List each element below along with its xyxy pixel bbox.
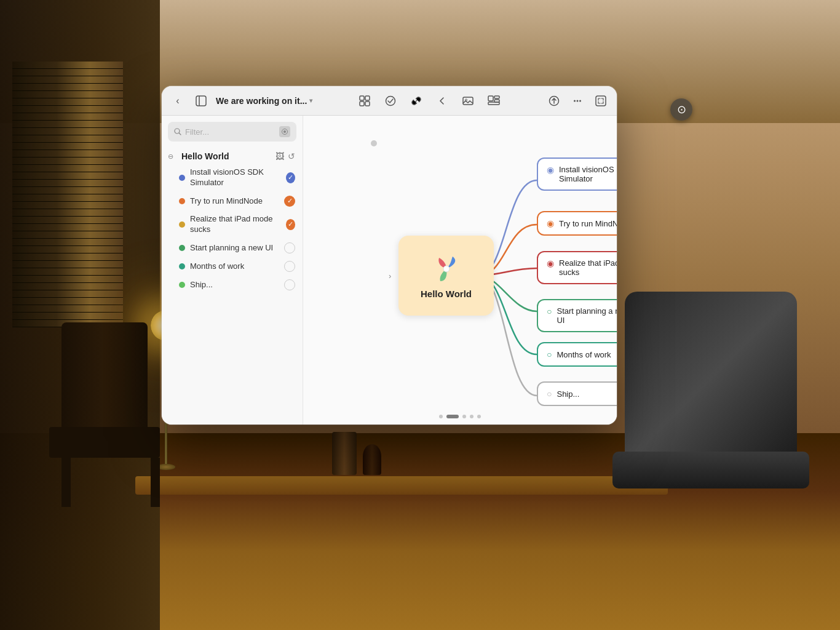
central-node[interactable]: › Hello World: [398, 236, 494, 316]
fullscreen-icon: [595, 95, 606, 106]
svg-rect-3: [365, 96, 370, 100]
check-try[interactable]: ✓: [284, 196, 295, 207]
document-title[interactable]: We are working on it... ▾: [216, 96, 312, 106]
node-label: Try to run MindNode: [559, 219, 617, 228]
item-label: Months of work: [190, 261, 244, 271]
table: [135, 476, 668, 495]
chair-left: [49, 322, 172, 507]
page-dot-4[interactable]: [470, 415, 473, 418]
svg-rect-2: [360, 96, 364, 100]
node-realize-ipad[interactable]: ◉ Realize that iPad modesucks: [537, 251, 617, 284]
page-dot-2[interactable]: [446, 415, 459, 418]
link-button[interactable]: [408, 92, 425, 110]
node-label: Install visionOS SDKSimulator: [559, 165, 617, 183]
checkmark-icon: [385, 95, 396, 106]
back-icon: ‹: [176, 95, 179, 106]
title-chevron-icon: ▾: [309, 97, 312, 104]
sidebar-item-months-of-work[interactable]: Months of work: [162, 257, 303, 276]
collapse-icon[interactable]: ⊖: [168, 153, 173, 161]
group-header-icons: 🖼 ↺: [275, 151, 295, 161]
svg-point-21: [283, 130, 286, 133]
navigate-back-button[interactable]: [434, 92, 451, 110]
layout-button[interactable]: [485, 92, 502, 110]
checkmark-button[interactable]: [382, 92, 399, 110]
item-label: Start planning a new UI: [190, 243, 273, 252]
group-title: Hello World: [181, 151, 229, 161]
filter-search[interactable]: Filter...: [168, 122, 296, 142]
app-window: ‹ We are working on it... ▾: [162, 86, 617, 425]
back-button[interactable]: ‹: [169, 92, 186, 110]
node-bullet: ○: [547, 306, 552, 316]
chair-right: [625, 292, 809, 538]
fullscreen-button[interactable]: [592, 92, 609, 110]
node-try-to-run[interactable]: ◉ Try to run MindNode: [537, 211, 617, 236]
group-image-icon[interactable]: 🖼: [275, 151, 284, 161]
node-months-of-work[interactable]: ○ Months of work: [537, 342, 617, 367]
item-label: Realize that iPad mode sucks: [190, 214, 281, 235]
sidebar-toggle-button[interactable]: [192, 92, 210, 110]
table-item-1: [332, 432, 357, 475]
link-icon: [411, 95, 422, 106]
grid-view-icon: [359, 95, 370, 106]
check-ship[interactable]: [284, 279, 295, 290]
node-install-visionos[interactable]: ◉ Install visionOS SDKSimulator: [537, 158, 617, 191]
node-start-planning[interactable]: ○ Start planning a newUI: [537, 299, 617, 332]
svg-point-23: [443, 266, 450, 272]
more-icon: [572, 95, 583, 106]
node-ship[interactable]: ○ Ship...: [537, 381, 617, 406]
more-button[interactable]: [569, 92, 586, 110]
table-item-2: [363, 444, 381, 475]
sidebar-item-try-to-run[interactable]: Try to run MindNode ✓: [162, 192, 303, 210]
pagination: [439, 415, 481, 418]
item-label: Install visionOS SDK Simu­lator: [190, 167, 281, 188]
canvas-area[interactable]: › Hello World: [303, 116, 617, 425]
central-node-title: Hello World: [421, 289, 472, 299]
svg-rect-9: [488, 96, 493, 101]
page-dot-1[interactable]: [439, 415, 443, 418]
check-months[interactable]: [284, 261, 295, 272]
central-node-arrow: ›: [389, 271, 391, 281]
sidebar-icon: [196, 95, 207, 106]
grid-view-button[interactable]: [356, 92, 373, 110]
sidebar-item-realize-ipad[interactable]: Realize that iPad mode sucks ✓: [162, 210, 303, 239]
mindnode-logo: [430, 253, 462, 285]
sidebar-item-start-planning[interactable]: Start planning a new UI: [162, 239, 303, 257]
mindmap-container: › Hello World: [303, 116, 617, 425]
page-dot-5[interactable]: [477, 415, 481, 418]
page-dot-3[interactable]: [462, 415, 466, 418]
svg-point-16: [577, 100, 579, 102]
sidebar-item-install-visionos[interactable]: Install visionOS SDK Simu­lator ✓: [162, 164, 303, 192]
check-install[interactable]: ✓: [286, 172, 295, 183]
item-label: Ship...: [190, 280, 213, 289]
navigate-back-icon: [437, 95, 448, 106]
toolbar-left: ‹ We are working on it... ▾: [169, 92, 312, 110]
dot-yellow: [179, 221, 185, 228]
svg-rect-18: [596, 96, 606, 106]
group-refresh-icon[interactable]: ↺: [288, 151, 295, 161]
check-planning[interactable]: [284, 242, 295, 253]
node-bullet: ◉: [547, 258, 554, 268]
share-button[interactable]: [545, 92, 563, 110]
toolbar-right: [545, 92, 609, 110]
svg-point-19: [175, 129, 180, 134]
main-content: Filter... ⊖ Hello World 🖼 ↺: [162, 116, 617, 425]
item-label: Try to run MindNode: [190, 196, 263, 205]
svg-rect-5: [365, 102, 370, 106]
share-icon: [549, 95, 560, 106]
image-button[interactable]: [459, 92, 477, 110]
node-label: Months of work: [557, 350, 611, 359]
node-bullet: ◉: [547, 218, 554, 228]
filter-settings-button[interactable]: [279, 126, 290, 137]
dot-light-green: [179, 282, 185, 288]
svg-point-15: [574, 100, 576, 102]
digital-crown-button[interactable]: ⊙: [670, 98, 692, 121]
dot-teal: [179, 263, 185, 269]
search-icon: [174, 128, 181, 135]
sidebar-item-ship[interactable]: Ship...: [162, 276, 303, 294]
dot-orange: [179, 198, 185, 204]
svg-rect-7: [463, 97, 473, 105]
check-realize[interactable]: ✓: [286, 219, 296, 230]
crown-icon: ⊙: [677, 103, 686, 116]
svg-rect-0: [196, 96, 206, 106]
filter-placeholder: Filter...: [185, 127, 209, 137]
